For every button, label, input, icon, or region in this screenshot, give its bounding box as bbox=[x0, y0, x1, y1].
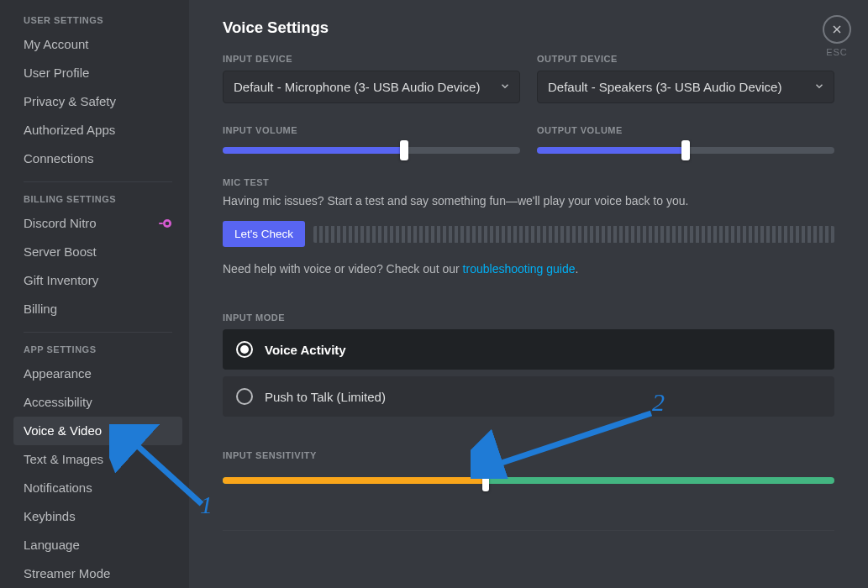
sidebar-item-label: Voice & Video bbox=[24, 423, 102, 439]
sidebar-divider bbox=[24, 181, 172, 182]
sidebar-item-label: Server Boost bbox=[24, 244, 97, 260]
input-volume-label: INPUT VOLUME bbox=[223, 125, 520, 135]
sidebar-item-voice-video[interactable]: Voice & Video bbox=[13, 417, 182, 445]
sidebar-item-my-account[interactable]: My Account bbox=[13, 30, 182, 59]
sidebar-item-label: Appearance bbox=[24, 365, 92, 382]
slider-thumb[interactable] bbox=[681, 140, 690, 160]
sidebar-item-streamer-mode[interactable]: Streamer Mode bbox=[13, 559, 182, 588]
voice-settings-panel: Voice Settings INPUT DEVICE Default - Mi… bbox=[189, 0, 868, 588]
close-icon bbox=[830, 23, 844, 36]
svg-point-1 bbox=[166, 222, 170, 226]
sidebar-item-label: Notifications bbox=[24, 480, 92, 496]
output-device-select[interactable]: Default - Speakers (3- USB Audio Device) bbox=[537, 71, 834, 103]
settings-sidebar: USER SETTINGS My Account User Profile Pr… bbox=[0, 0, 189, 588]
sidebar-item-label: My Account bbox=[24, 36, 89, 53]
help-prefix: Need help with voice or video? Check out… bbox=[223, 262, 463, 276]
sidebar-item-notifications[interactable]: Notifications bbox=[13, 474, 182, 502]
sidebar-item-label: Streamer Mode bbox=[24, 565, 110, 582]
sidebar-item-user-profile[interactable]: User Profile bbox=[13, 59, 182, 87]
sidebar-item-discord-nitro[interactable]: Discord Nitro bbox=[13, 209, 182, 238]
radio-label: Voice Activity bbox=[265, 343, 346, 357]
input-volume-slider[interactable] bbox=[223, 147, 520, 154]
sidebar-item-label: Keybinds bbox=[24, 508, 76, 525]
input-sensitivity-header: INPUT SENSITIVITY bbox=[223, 450, 834, 460]
nitro-icon bbox=[159, 218, 172, 228]
sidebar-item-label: Accessibility bbox=[24, 394, 92, 411]
sidebar-item-label: Discord Nitro bbox=[24, 215, 97, 232]
sidebar-item-label: Text & Images bbox=[24, 451, 103, 468]
sidebar-item-label: Gift Inventory bbox=[24, 272, 98, 289]
sidebar-item-label: User Profile bbox=[24, 65, 89, 81]
radio-icon bbox=[236, 388, 253, 405]
mic-level-meter bbox=[313, 226, 834, 243]
section-divider bbox=[223, 530, 834, 531]
slider-thumb[interactable] bbox=[482, 470, 489, 491]
input-device-value: Default - Microphone (3- USB Audio Devic… bbox=[234, 80, 480, 94]
sidebar-item-text-images[interactable]: Text & Images bbox=[13, 445, 182, 474]
close-label: ESC bbox=[823, 47, 851, 57]
sidebar-section-header: APP SETTINGS bbox=[24, 344, 182, 354]
sidebar-item-privacy-safety[interactable]: Privacy & Safety bbox=[13, 87, 182, 116]
sidebar-item-keybinds[interactable]: Keybinds bbox=[13, 502, 182, 531]
close-button[interactable] bbox=[823, 15, 851, 44]
input-device-select[interactable]: Default - Microphone (3- USB Audio Devic… bbox=[223, 71, 520, 103]
sidebar-section-header: BILLING SETTINGS bbox=[24, 194, 182, 204]
help-text: Need help with voice or video? Check out… bbox=[223, 262, 834, 276]
troubleshooting-link[interactable]: troubleshooting guide bbox=[463, 262, 576, 276]
sensitivity-threshold-fill bbox=[223, 477, 486, 484]
sidebar-item-language[interactable]: Language bbox=[13, 531, 182, 559]
input-mode-push-to-talk[interactable]: Push to Talk (Limited) bbox=[223, 376, 834, 417]
sidebar-item-label: Billing bbox=[24, 301, 57, 318]
sidebar-section-header: USER SETTINGS bbox=[24, 15, 182, 25]
mic-test-header: MIC TEST bbox=[223, 177, 834, 187]
sidebar-divider bbox=[24, 332, 172, 333]
help-suffix: . bbox=[576, 262, 579, 276]
output-device-value: Default - Speakers (3- USB Audio Device) bbox=[548, 80, 781, 94]
slider-thumb[interactable] bbox=[400, 140, 408, 160]
output-device-label: OUTPUT DEVICE bbox=[537, 54, 834, 64]
sidebar-item-label: Language bbox=[24, 537, 80, 554]
sidebar-item-gift-inventory[interactable]: Gift Inventory bbox=[13, 266, 182, 295]
input-mode-voice-activity[interactable]: Voice Activity bbox=[223, 329, 834, 370]
input-mode-header: INPUT MODE bbox=[223, 312, 834, 323]
sidebar-item-billing[interactable]: Billing bbox=[13, 295, 182, 323]
sidebar-item-accessibility[interactable]: Accessibility bbox=[13, 388, 182, 417]
page-title: Voice Settings bbox=[223, 18, 834, 37]
input-sensitivity-slider[interactable] bbox=[223, 477, 834, 484]
sidebar-item-connections[interactable]: Connections bbox=[13, 144, 182, 173]
sidebar-item-label: Privacy & Safety bbox=[24, 93, 116, 110]
radio-label: Push to Talk (Limited) bbox=[265, 390, 386, 404]
mic-test-description: Having mic issues? Start a test and say … bbox=[223, 194, 834, 207]
sidebar-item-label: Authorized Apps bbox=[24, 122, 115, 139]
slider-fill bbox=[223, 147, 404, 154]
input-device-label: INPUT DEVICE bbox=[223, 54, 520, 64]
output-volume-label: OUTPUT VOLUME bbox=[537, 125, 834, 135]
sidebar-item-server-boost[interactable]: Server Boost bbox=[13, 238, 182, 266]
sidebar-item-appearance[interactable]: Appearance bbox=[13, 360, 182, 388]
sidebar-item-authorized-apps[interactable]: Authorized Apps bbox=[13, 116, 182, 144]
chevron-down-icon bbox=[499, 80, 511, 94]
sidebar-item-label: Connections bbox=[24, 150, 93, 167]
slider-fill bbox=[537, 147, 686, 154]
radio-icon bbox=[236, 341, 253, 358]
mic-test-button[interactable]: Let's Check bbox=[223, 221, 305, 247]
svg-rect-2 bbox=[159, 223, 163, 224]
output-volume-slider[interactable] bbox=[537, 147, 834, 154]
chevron-down-icon bbox=[813, 80, 825, 94]
